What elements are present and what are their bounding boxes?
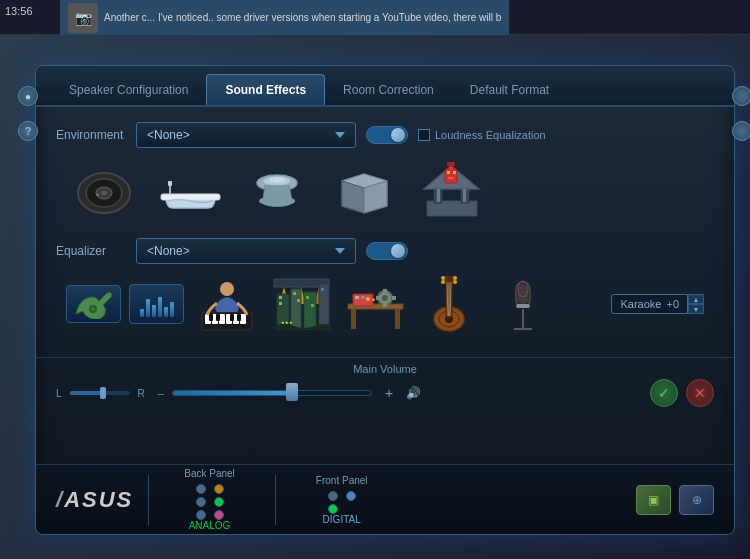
tab-bar: Speaker Configuration Sound Effects Room…: [36, 66, 734, 107]
env-icon-box[interactable]: [327, 158, 402, 223]
tab-speaker-configuration[interactable]: Speaker Configuration: [51, 75, 206, 105]
bathtub-svg: [158, 166, 223, 216]
disc-svg: ●: [74, 163, 134, 218]
svg-point-41: [220, 282, 234, 296]
balance-slider[interactable]: [70, 387, 130, 399]
eq-icon-stage[interactable]: ★★★: [266, 274, 336, 334]
front-dot-3[interactable]: [328, 504, 338, 514]
digital-label: DIGITAL: [323, 514, 361, 525]
svg-rect-69: [376, 296, 380, 300]
svg-rect-63: [361, 296, 365, 299]
svg-text:✦: ✦: [371, 297, 376, 303]
environment-icons-grid: ●: [66, 158, 714, 223]
tab-room-correction[interactable]: Room Correction: [325, 75, 452, 105]
karaoke-label: Karaoke: [620, 298, 661, 310]
front-dot-1[interactable]: [328, 491, 338, 501]
env-icon-temple[interactable]: [414, 158, 489, 223]
volume-plus[interactable]: +: [385, 385, 393, 401]
equalizer-dropdown[interactable]: <None>: [136, 238, 356, 264]
eq-icon-workbench[interactable]: ✦: [340, 274, 410, 334]
back-dot-4[interactable]: [214, 497, 224, 507]
svg-rect-50: [293, 292, 296, 295]
front-panel-dots: [328, 491, 356, 514]
back-panel-row-3: [196, 510, 224, 520]
back-dot-3[interactable]: [196, 497, 206, 507]
equalizer-row: Equalizer <None>: [56, 238, 714, 264]
taskbar-notification[interactable]: 📷 Another c... I've noticed.. some drive…: [60, 0, 509, 35]
eq-icon-guitar-small[interactable]: [66, 285, 121, 323]
volume-thumb[interactable]: [286, 383, 298, 401]
back-dot-5[interactable]: [196, 510, 206, 520]
karaoke-increment[interactable]: ▲: [688, 294, 704, 304]
ok-button[interactable]: ✓: [650, 379, 678, 407]
svg-rect-40: [237, 314, 241, 321]
eq-icon-microphone[interactable]: [488, 274, 558, 334]
environment-value: <None>: [147, 128, 190, 142]
panel-icon-green[interactable]: ▣: [636, 485, 671, 515]
eq-bar-5: [164, 307, 168, 317]
panel-content: Environment <None> Loudness Equalization: [36, 107, 734, 357]
env-icon-bathtub[interactable]: [153, 158, 228, 223]
svg-point-9: [269, 177, 285, 183]
eq-dropdown-arrow-icon: [335, 248, 345, 254]
back-dot-2[interactable]: [214, 484, 224, 494]
svg-rect-59: [351, 309, 356, 329]
eq-icon-guitar-large[interactable]: [414, 274, 484, 334]
eq-icon-pianist[interactable]: [192, 274, 262, 334]
back-panel-row-1: [196, 484, 224, 494]
side-button-left-top[interactable]: ●: [18, 86, 38, 106]
svg-point-64: [366, 297, 370, 301]
back-panel-row-2: [196, 497, 224, 507]
side-button-right-bottom[interactable]: [732, 121, 750, 141]
back-dot-6[interactable]: [214, 510, 224, 520]
svg-rect-20: [437, 189, 440, 202]
main-volume-slider[interactable]: [172, 390, 372, 396]
temple-svg: [419, 161, 484, 221]
environment-toggle[interactable]: [366, 126, 408, 144]
eq-icon-bars[interactable]: [129, 284, 184, 324]
confirm-buttons: ✓ ✕: [650, 379, 714, 407]
eq-bar-1: [140, 309, 144, 317]
side-button-left-bottom[interactable]: ?: [18, 121, 38, 141]
audio-panel: ● ? Speaker Configuration Sound Effects …: [35, 65, 735, 535]
front-panel-row-1: [328, 491, 356, 501]
asus-logo: /ASUS: [56, 487, 133, 513]
l-label: L: [56, 388, 62, 399]
equalizer-label: Equalizer: [56, 244, 136, 258]
svg-point-83: [453, 280, 457, 284]
volume-fill: [173, 391, 292, 395]
back-dot-1[interactable]: [196, 484, 206, 494]
svg-rect-52: [304, 292, 316, 329]
svg-rect-96: [100, 387, 106, 399]
env-icon-plate[interactable]: [240, 158, 315, 223]
tab-sound-effects[interactable]: Sound Effects: [206, 74, 325, 105]
eq-bars-visual: [140, 292, 174, 317]
panel-icon-green-symbol: ▣: [648, 493, 659, 507]
karaoke-decrement[interactable]: ▼: [688, 304, 704, 314]
svg-rect-27: [447, 162, 455, 166]
svg-rect-95: [70, 391, 105, 395]
svg-rect-68: [383, 303, 387, 307]
tab-default-format[interactable]: Default Format: [452, 75, 567, 105]
environment-dropdown[interactable]: <None>: [136, 122, 356, 148]
volume-label: Main Volume: [56, 363, 714, 375]
svg-rect-25: [448, 177, 454, 179]
equalizer-toggle[interactable]: [366, 242, 408, 260]
eq-bar-4: [158, 297, 162, 317]
svg-rect-54: [311, 304, 314, 307]
svg-rect-37: [209, 314, 213, 321]
svg-rect-6: [168, 181, 172, 186]
side-button-right-top[interactable]: [732, 86, 750, 106]
karaoke-value: +0: [666, 298, 679, 310]
loudness-checkbox[interactable]: [418, 129, 430, 141]
back-panel-section: Back Panel ANALOG: [184, 468, 235, 531]
panel-icon-blue[interactable]: ⊕: [679, 485, 714, 515]
back-panel-dots: [196, 484, 224, 520]
cancel-button[interactable]: ✕: [686, 379, 714, 407]
svg-point-11: [259, 196, 295, 206]
box-svg: [332, 166, 397, 216]
camera-icon: 📷: [68, 3, 98, 33]
front-dot-2[interactable]: [346, 491, 356, 501]
env-icon-disc[interactable]: ●: [66, 158, 141, 223]
taskbar: 13:56 📷 Another c... I've noticed.. some…: [0, 0, 750, 35]
